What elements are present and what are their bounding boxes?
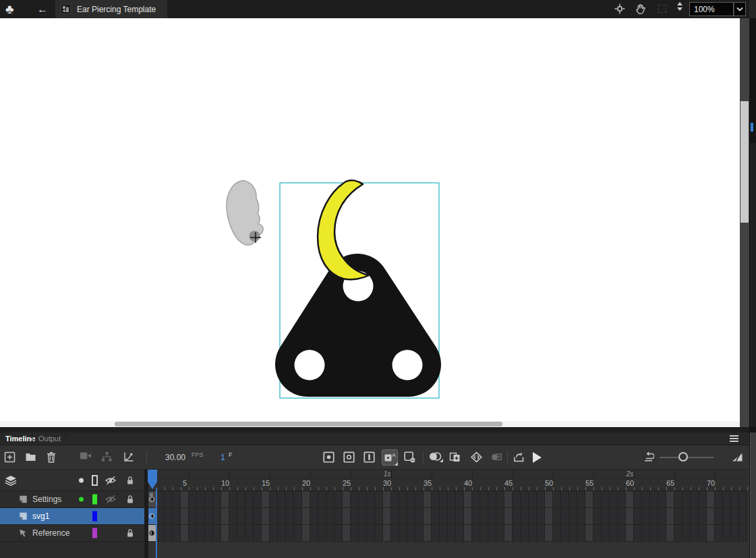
hierarchy-button[interactable] <box>101 451 113 462</box>
keyframe-marker[interactable] <box>149 497 154 502</box>
frame-cell[interactable] <box>181 525 189 542</box>
frame-cell[interactable] <box>205 508 213 525</box>
frame-cell[interactable] <box>173 508 181 525</box>
frame-cell[interactable] <box>310 508 318 525</box>
frame-cell[interactable] <box>480 491 488 508</box>
frame-cell[interactable] <box>432 525 440 542</box>
frame-cell[interactable] <box>658 525 666 542</box>
keyframe-navigator-button[interactable] <box>470 451 483 463</box>
frame-cell[interactable] <box>585 525 593 542</box>
frame-cell[interactable] <box>682 508 691 525</box>
frame-cell[interactable] <box>286 508 294 525</box>
frame-cell[interactable] <box>569 525 577 542</box>
frame-cell[interactable] <box>723 508 731 525</box>
pan-hand-icon[interactable] <box>635 3 647 16</box>
back-button[interactable]: ← <box>37 1 48 17</box>
frame-cell[interactable] <box>310 491 318 508</box>
toggle-all-visibility-icon[interactable] <box>105 476 117 485</box>
frame-cell[interactable] <box>432 491 440 508</box>
frame-cell[interactable] <box>674 491 682 508</box>
frame-cell[interactable] <box>318 491 326 508</box>
frame-cell[interactable] <box>618 491 626 508</box>
frame-cell[interactable] <box>165 525 173 542</box>
frame-cell[interactable] <box>561 525 569 542</box>
frame-cell[interactable] <box>488 491 496 508</box>
frame-cell[interactable] <box>699 525 707 542</box>
frame-cell[interactable] <box>165 508 173 525</box>
remove-frame-button[interactable] <box>404 451 415 463</box>
frame-cell[interactable] <box>189 508 197 525</box>
zoom-step-up-icon[interactable] <box>677 2 682 5</box>
frame-cell[interactable] <box>407 525 415 542</box>
lock-icon[interactable] <box>126 528 134 538</box>
app-logo-icon[interactable]: ♣ <box>5 1 13 18</box>
insert-keyframe-button[interactable] <box>323 451 335 463</box>
frame-cell[interactable] <box>181 508 189 525</box>
layer-row-Settings[interactable]: Settings <box>0 491 144 508</box>
timeline-tracks[interactable]: 1s2s 510152025303540455055606570 <box>148 470 747 558</box>
frame-cell[interactable] <box>165 491 173 508</box>
frame-cell[interactable] <box>326 525 335 542</box>
frame-cell[interactable] <box>610 508 618 525</box>
frame-cell[interactable] <box>602 508 610 525</box>
frame-cell[interactable] <box>302 525 310 542</box>
ear-reference-shape[interactable] <box>227 181 263 246</box>
frame-cell[interactable] <box>229 491 237 508</box>
frame-cell[interactable] <box>577 491 585 508</box>
current-frame-value[interactable]: 1 <box>221 453 225 462</box>
frame-cell[interactable] <box>602 491 610 508</box>
frame-cell[interactable] <box>691 491 699 508</box>
canvas-vertical-scrollbar[interactable] <box>740 18 749 427</box>
frame-cell[interactable] <box>723 491 731 508</box>
frame-cell[interactable] <box>213 491 221 508</box>
ruler-seconds-band[interactable]: 1s2s <box>148 470 747 478</box>
frame-cell[interactable] <box>286 491 294 508</box>
keyframe-marker[interactable] <box>149 513 154 519</box>
frame-cell[interactable] <box>456 525 464 542</box>
frame-cell[interactable] <box>464 508 472 525</box>
frame-cell[interactable] <box>205 525 213 542</box>
frame-cell[interactable] <box>278 491 286 508</box>
tab-output[interactable]: Output <box>33 433 66 445</box>
frame-cell[interactable] <box>666 491 674 508</box>
frame-cell[interactable] <box>513 491 521 508</box>
frame-cell[interactable] <box>666 508 674 525</box>
new-folder-button[interactable] <box>25 451 36 462</box>
frame-cell[interactable] <box>359 508 367 525</box>
timeline-scale-icon[interactable] <box>731 451 744 462</box>
frame-cell[interactable] <box>642 491 650 508</box>
frame-cell[interactable] <box>343 508 351 525</box>
frame-cell[interactable] <box>448 491 456 508</box>
canvas-horizontal-scrollbar[interactable] <box>0 421 740 427</box>
frame-cell[interactable] <box>739 491 747 508</box>
layer-color-swatch[interactable] <box>92 511 97 522</box>
frame-cell[interactable] <box>254 525 262 542</box>
frame-cell[interactable] <box>197 525 205 542</box>
frame-cell[interactable] <box>472 525 480 542</box>
frame-cell[interactable] <box>569 491 577 508</box>
frame-cell[interactable] <box>221 525 229 542</box>
document-tab[interactable]: Ear Piercing Template <box>55 0 167 18</box>
frame-cell[interactable] <box>521 508 529 525</box>
frame-cell[interactable] <box>189 491 197 508</box>
frame-cell[interactable] <box>593 525 602 542</box>
camera-layer-button[interactable] <box>80 451 92 460</box>
frame-cell[interactable] <box>561 508 569 525</box>
marquee-select-icon[interactable] <box>658 3 666 13</box>
frame-cell[interactable] <box>359 525 367 542</box>
paste-frame-button[interactable] <box>449 451 461 463</box>
frame-cell[interactable] <box>262 508 270 525</box>
frame-cell[interactable] <box>642 525 650 542</box>
track-row-Reference[interactable] <box>148 525 747 542</box>
auto-keyframe-toggle[interactable]: A <box>382 449 398 466</box>
frame-cell[interactable] <box>634 491 642 508</box>
frame-cell[interactable] <box>237 491 245 508</box>
keyframe-marker[interactable] <box>149 530 154 536</box>
frame-cell[interactable] <box>682 491 691 508</box>
new-layer-button[interactable] <box>4 451 16 463</box>
frame-cell[interactable] <box>415 525 424 542</box>
frame-cell[interactable] <box>245 525 254 542</box>
record-dot[interactable] <box>79 497 84 502</box>
frame-cell[interactable] <box>399 508 407 525</box>
frame-cell[interactable] <box>731 525 739 542</box>
